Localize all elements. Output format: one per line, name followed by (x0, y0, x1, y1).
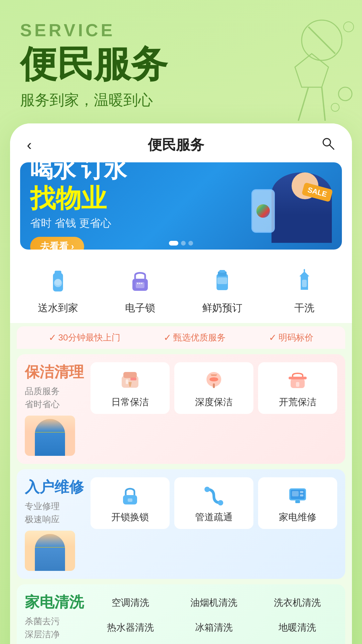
svg-rect-21 (219, 270, 225, 273)
cleaning-title: 保洁清理 (25, 362, 85, 382)
svg-rect-35 (128, 498, 132, 502)
lock-repair-icon (117, 483, 143, 507)
deep-clean-icon (200, 368, 227, 392)
svg-rect-11 (55, 271, 61, 275)
svg-rect-17 (139, 283, 140, 284)
pipe-label: 管道疏通 (195, 511, 233, 524)
quick-item-water-label: 送水到家 (38, 301, 78, 315)
services-container: ✓ 30分钟最快上门 ✓ 甄选优质服务 ✓ 明码标价 保洁清理 品质服务省时省心 (10, 323, 352, 644)
quick-item-dryclean-label: 干洗 (294, 301, 314, 315)
service-floor-heat-clean[interactable]: 地暖清洗 (258, 617, 337, 638)
svg-rect-42 (300, 494, 303, 496)
hero-title: 便民服务 (20, 44, 342, 84)
svg-rect-16 (137, 283, 138, 284)
phone-card: ‹ 便民服务 喝水 订水 找物业 省时 省钱 更省心 去看看 › (10, 123, 352, 644)
repair-subtitle: 专业修理极速响应 (25, 500, 85, 526)
service-deep-clean[interactable]: 深度保洁 (174, 362, 253, 414)
banner-subtitle: 省时 省钱 更省心 (30, 216, 245, 231)
daily-clean-icon (117, 368, 143, 392)
appliance-subtitle: 杀菌去污深层洁净 (25, 615, 85, 641)
quick-item-dryclean[interactable]: 干洗 (263, 260, 345, 323)
appliance-repair-label: 家电维修 (279, 511, 316, 524)
appliance-services: 空调清洗 油烟机清洗 洗衣机清洗 热水器清洗 (90, 592, 337, 638)
quick-item-milk[interactable]: 鲜奶预订 (181, 260, 263, 323)
service-hood-clean[interactable]: 油烟机清洗 (174, 592, 253, 613)
svg-rect-41 (300, 491, 303, 493)
lock-repair-label: 开锁换锁 (111, 511, 149, 524)
hero-section: SERVICE 便民服务 服务到家，温暖到心 (0, 0, 362, 120)
repair-content: 入户维修 专业修理极速响应 (25, 477, 337, 571)
repair-person (25, 531, 75, 571)
deep-clean-label: 深度保洁 (195, 396, 233, 409)
cleaning-subtitle: 品质服务省时省心 (25, 385, 85, 411)
search-icon[interactable] (320, 136, 335, 154)
hero-subtitle: 服务到家，温暖到心 (20, 90, 342, 110)
banner-button[interactable]: 去看看 › (30, 237, 84, 250)
milk-icon (207, 266, 237, 297)
svg-point-36 (204, 487, 210, 492)
cleaning-services: 日常保洁 深度保洁 (90, 362, 337, 414)
dryclean-icon (289, 266, 319, 297)
quick-item-water[interactable]: 送水到家 (17, 260, 99, 323)
cleaning-content: 保洁清理 品质服务省时省心 (25, 362, 337, 456)
banner-text: 喝水 订水 找物业 省时 省钱 更省心 去看看 › (30, 162, 245, 250)
quick-services-row: 送水到家 电子锁 (17, 260, 345, 323)
appliance-content: 家电清洗 杀菌去污深层洁净 空调清洗 油烟机清洗 (25, 592, 337, 644)
section-appliance-clean: 家电清洗 杀菌去污深层洁净 空调清洗 油烟机清洗 (17, 584, 345, 644)
service-lock-repair[interactable]: 开锁换锁 (90, 477, 170, 529)
svg-rect-43 (295, 500, 300, 503)
svg-rect-26 (123, 372, 137, 378)
section-repair: 入户维修 专业修理极速响应 (17, 469, 345, 579)
cleaning-left: 保洁清理 品质服务省时省心 (25, 362, 85, 456)
quick-item-lock[interactable]: 电子锁 (99, 260, 181, 323)
cleaning-person (25, 416, 75, 456)
hero-service-en: SERVICE (20, 20, 342, 40)
svg-rect-30 (213, 383, 215, 388)
repair-left: 入户维修 专业修理极速响应 (25, 477, 85, 571)
badge-fastest: ✓ 30分钟最快上门 (49, 332, 120, 343)
water-icon (43, 266, 73, 297)
service-appliance-repair[interactable]: 家电维修 (258, 477, 337, 529)
svg-point-8 (323, 139, 330, 146)
repair-title: 入户维修 (25, 477, 85, 497)
service-rough-clean[interactable]: 开荒保洁 (258, 362, 337, 414)
svg-rect-28 (130, 378, 136, 380)
quick-item-lock-label: 电子锁 (125, 301, 155, 315)
service-fridge-clean[interactable]: 冰箱清洗 (174, 617, 253, 638)
svg-rect-40 (292, 491, 299, 496)
promo-banner[interactable]: 喝水 订水 找物业 省时 省钱 更省心 去看看 › SALE (20, 162, 342, 250)
banner-title: 喝水 订水 找物业 (30, 162, 245, 213)
back-button[interactable]: ‹ (27, 137, 32, 153)
pipe-icon (200, 483, 227, 507)
rough-clean-icon (284, 368, 311, 392)
quick-item-milk-label: 鲜奶预订 (202, 301, 242, 315)
svg-rect-27 (126, 379, 128, 384)
rough-clean-label: 开荒保洁 (279, 396, 316, 409)
svg-rect-18 (141, 283, 142, 284)
nav-title: 便民服务 (148, 136, 204, 154)
appliance-repair-icon (284, 483, 311, 507)
badge-price: ✓ 明码标价 (269, 332, 313, 343)
banner-illustration: SALE (245, 169, 332, 243)
service-heater-clean[interactable]: 热水器清洗 (90, 617, 170, 638)
service-daily-clean[interactable]: 日常保洁 (90, 362, 170, 414)
section-cleaning: 保洁清理 品质服务省时省心 (17, 354, 345, 464)
repair-services: 开锁换锁 管道疏通 (90, 477, 337, 529)
svg-rect-33 (296, 382, 299, 387)
service-pipe[interactable]: 管道疏通 (174, 477, 253, 529)
svg-point-37 (218, 500, 223, 505)
service-washer-clean[interactable]: 洗衣机清洗 (258, 592, 337, 613)
service-ac-clean[interactable]: 空调清洗 (90, 592, 170, 613)
appliance-title: 家电清洗 (25, 592, 85, 612)
appliance-left: 家电清洗 杀菌去污深层洁净 (25, 592, 85, 644)
svg-rect-22 (217, 277, 227, 284)
svg-rect-23 (302, 280, 307, 287)
lock-icon (125, 266, 155, 297)
svg-point-13 (55, 279, 61, 285)
daily-clean-label: 日常保洁 (111, 396, 149, 409)
badge-quality: ✓ 甄选优质服务 (164, 332, 226, 343)
svg-rect-32 (289, 377, 307, 379)
nav-bar: ‹ 便民服务 (10, 123, 352, 162)
badges-row: ✓ 30分钟最快上门 ✓ 甄选优质服务 ✓ 明码标价 (17, 326, 345, 349)
svg-line-9 (330, 145, 334, 149)
